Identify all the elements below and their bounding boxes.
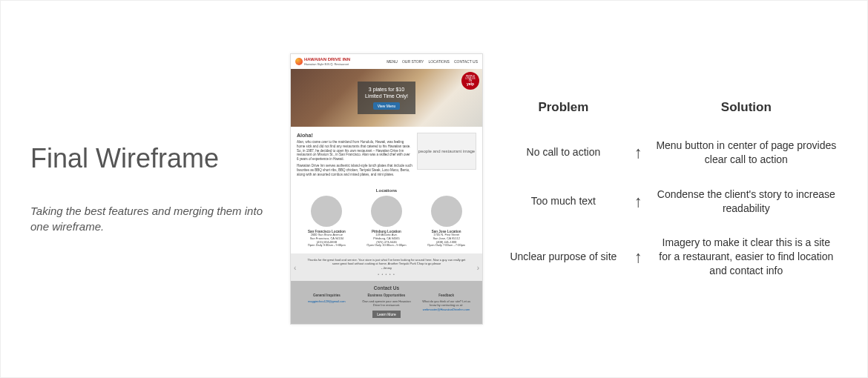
location-card: San Francisco Location 2600 San Bruno Av… — [300, 196, 354, 248]
location-card: Pittsburg Location 149 Atlantic Ave. Pit… — [360, 196, 414, 248]
contact-col: Feedback What do you think of our site? … — [419, 294, 473, 318]
slide-layout: Final Wireframe Taking the best features… — [1, 53, 867, 325]
location-image-placeholder — [431, 196, 462, 227]
wf-locations-section: Locations San Francisco Location 2600 Sa… — [291, 185, 482, 254]
testimonial-author: - Jimmy — [381, 266, 392, 270]
problem-solution-table: Problem Solution No call to action ↑ Men… — [505, 79, 838, 299]
wf-aloha-section: Aloha! Alan, who came over to the mainla… — [291, 127, 482, 185]
learn-more-button[interactable]: Learn More — [372, 311, 401, 319]
wf-testimonial: ‹ Thanks for the great food and service.… — [291, 253, 482, 281]
problem-cell: Too much text — [505, 188, 622, 216]
contact-col-heading: Business Opportunities — [360, 294, 414, 298]
location-hours: Open Daily 7:00am - 7:00pm — [419, 244, 473, 248]
view-menu-button[interactable]: View Menu — [373, 102, 401, 110]
left-column: Final Wireframe Taking the best features… — [30, 144, 283, 234]
aloha-heading: Aloha! — [297, 133, 412, 138]
arrow-up-icon: ↑ — [634, 190, 642, 213]
contact-email-link[interactable]: maggiechou128@gmail.com — [308, 299, 346, 303]
table-row: Unclear purpose of site ↑ Imagery to mak… — [505, 236, 838, 278]
contact-email-link[interactable]: webmaster@HawaiianDriveInn.com — [423, 308, 470, 311]
arrow-up-icon: ↑ — [634, 246, 642, 268]
location-hours: Open Daily 9:30am - 9:00pm — [300, 244, 354, 248]
th-problem: Problem — [505, 100, 622, 118]
page-subtitle: Taking the best features and merging the… — [30, 203, 268, 234]
location-image-placeholder — [311, 196, 342, 227]
problem-cell: Unclear purpose of site — [505, 236, 622, 278]
aloha-text: Aloha! Alan, who came over to the mainla… — [297, 133, 412, 179]
solution-cell: Imagery to make it clear this is a site … — [655, 236, 838, 278]
wf-nav-item[interactable]: CONTACT US — [454, 59, 478, 64]
problem-cell: No call to action — [505, 139, 622, 167]
contact-col-body: What do you think of our site? Let us kn… — [422, 299, 470, 307]
center-column: HAWAIIAN DRIVE INN Hawaiian Style B.B.Q.… — [283, 53, 490, 325]
hero-overlay: 3 plates for $10 Limited Time Only! View… — [358, 82, 415, 115]
solution-cell: Condense the client's story to increase … — [655, 188, 838, 216]
location-card: San Jose Location 1705 N. First Street S… — [419, 196, 473, 248]
chevron-left-icon[interactable]: ‹ — [294, 262, 296, 272]
hero-line2: Limited Time Only! — [365, 93, 408, 99]
contact-col: General Inquiries maggiechou128@gmail.co… — [300, 294, 354, 318]
wireframe-mockup: HAWAIIAN DRIVE INN Hawaiian Style B.B.Q.… — [290, 53, 483, 325]
table-row: Too much text ↑ Condense the client's st… — [505, 188, 838, 216]
yelp-badge: PEOPLE LOVE US ON yelp — [461, 72, 479, 90]
wf-nav: MENU OUR STORY LOCATIONS CONTACT US — [387, 59, 478, 64]
contact-heading: Contact Us — [297, 285, 476, 291]
wf-logo: HAWAIIAN DRIVE INN Hawaiian Style B.B.Q.… — [295, 57, 350, 66]
right-column: Problem Solution No call to action ↑ Men… — [490, 79, 838, 299]
wf-nav-item[interactable]: OUR STORY — [402, 59, 424, 64]
locations-heading: Locations — [297, 188, 476, 193]
contact-col: Business Opportunities Own and operate y… — [360, 294, 414, 318]
location-hours: Open Daily 10:30am - 9:00pm — [360, 244, 414, 248]
contact-col-heading: Feedback — [419, 294, 473, 298]
contact-col-heading: General Inquiries — [300, 294, 354, 298]
aloha-image-placeholder: people and restaurant image — [417, 133, 476, 170]
wf-nav-item[interactable]: LOCATIONS — [428, 59, 450, 64]
location-image-placeholder — [371, 196, 402, 227]
contact-col-body: Own and operate your own Hawaiian Drive … — [362, 299, 411, 307]
wf-logo-text: HAWAIIAN DRIVE INN — [304, 57, 350, 62]
aloha-p2: Hawaiian Drive Inn serves authentic isla… — [297, 164, 412, 177]
page-title: Final Wireframe — [30, 144, 268, 173]
wf-nav-item[interactable]: MENU — [387, 59, 398, 64]
wf-hero: PEOPLE LOVE US ON yelp 3 plates for $10 … — [291, 69, 482, 127]
solution-cell: Menu button in center of page provides c… — [655, 139, 838, 167]
chevron-right-icon[interactable]: › — [477, 262, 479, 272]
testimonial-text: Thanks for the great food and service. Y… — [308, 258, 466, 265]
th-solution: Solution — [655, 100, 838, 118]
table-row: No call to action ↑ Menu button in cente… — [505, 139, 838, 167]
carousel-dots[interactable]: • • • • • — [306, 272, 467, 277]
aloha-p1: Alan, who came over to the mainland from… — [297, 140, 412, 162]
wf-logo-subtext: Hawaiian Style B.B.Q. Restaurant — [304, 62, 349, 66]
arrow-up-icon: ↑ — [634, 142, 642, 164]
palm-tree-icon — [295, 58, 303, 65]
wf-contact-section: Contact Us General Inquiries maggiechou1… — [291, 281, 482, 324]
hero-line1: 3 plates for $10 — [365, 86, 408, 93]
wf-header: HAWAIIAN DRIVE INN Hawaiian Style B.B.Q.… — [291, 54, 482, 69]
